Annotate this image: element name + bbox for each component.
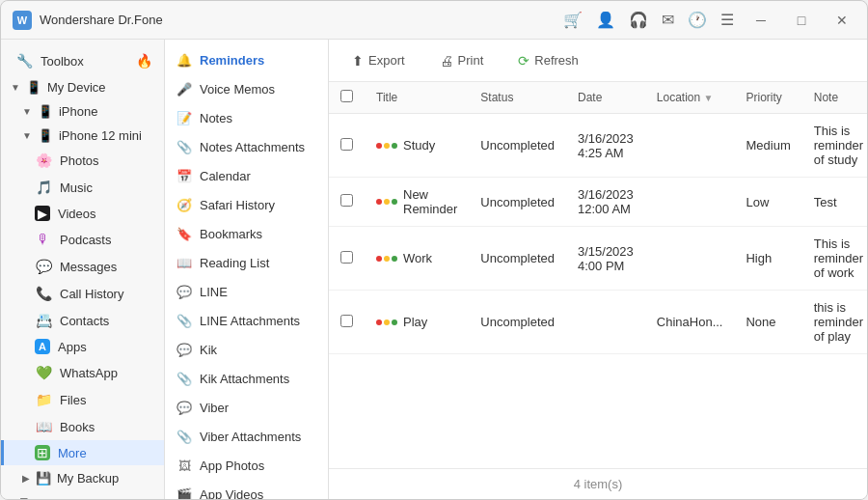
mid-item-readinglist[interactable]: 📖 Reading List <box>165 248 328 277</box>
reminder-dots <box>376 256 397 262</box>
row-note: This is reminder of study <box>802 114 867 178</box>
table-row[interactable]: New Reminder Uncompleted 3/16/2023 12:00… <box>329 178 867 227</box>
headphone-icon[interactable]: 🎧 <box>629 11 648 29</box>
row-date: 3/16/2023 4:25 AM <box>566 114 645 178</box>
export-button[interactable]: ⬆ Export <box>344 49 413 72</box>
reminder-dots <box>376 143 397 149</box>
podcasts-icon: 🎙 <box>35 231 52 248</box>
sidebar-item-contacts[interactable]: 📇 Contacts <box>1 307 164 334</box>
readinglist-icon: 📖 <box>176 255 192 270</box>
minimize-button[interactable]: ─ <box>747 7 774 34</box>
sidebar-item-toolbox[interactable]: 🔧 Toolbox 🔥 <box>1 47 164 74</box>
sidebar-item-whatsapp[interactable]: 💚 WhatsApp <box>1 359 164 386</box>
mid-label-voicememos: Voice Memos <box>200 82 275 97</box>
reminders-table: Title Status Date Location ▼ Priority No… <box>329 82 867 468</box>
mid-item-safarihistory[interactable]: 🧭 Safari History <box>165 190 328 219</box>
mid-label-viber: Viber <box>200 401 229 415</box>
sidebar-item-music[interactable]: 🎵 Music <box>1 174 164 201</box>
more-icon: ⊞ <box>35 445 50 460</box>
sidebar-item-books[interactable]: 📖 Books <box>1 413 164 440</box>
toggle-mybackup-icon: ▶ <box>22 473 30 484</box>
history-icon[interactable]: 🕐 <box>688 11 707 29</box>
contacts-icon: 📇 <box>35 312 52 329</box>
mid-item-viber[interactable]: 💬 Viber <box>165 393 328 422</box>
sidebar-item-screenmirror[interactable]: 🖥 Screen Mirror <box>1 489 164 499</box>
sidebar-item-more[interactable]: ⊞ More <box>1 440 164 465</box>
mid-item-reminders[interactable]: 🔔 Reminders <box>165 45 328 74</box>
refresh-button[interactable]: ⟳ Refresh <box>510 49 586 72</box>
export-label: Export <box>368 53 405 68</box>
sidebar-item-podcasts[interactable]: 🎙 Podcasts <box>1 226 164 253</box>
mid-item-kikattachments[interactable]: 📎 Kik Attachments <box>165 364 328 393</box>
content-toolbar: ⬆ Export 🖨 Print ⟳ Refresh <box>329 40 867 82</box>
mid-label-readinglist: Reading List <box>200 256 269 270</box>
row-checkbox-cell <box>329 114 365 178</box>
sidebar-item-files[interactable]: 📁 Files <box>1 386 164 413</box>
sidebar-label-photos: Photos <box>60 153 98 168</box>
mid-item-calendar[interactable]: 📅 Calendar <box>165 161 328 190</box>
table-row[interactable]: Work Uncompleted 3/15/2023 4:00 PM High … <box>329 227 867 291</box>
sidebar-label-podcasts: Podcasts <box>60 233 111 247</box>
whatsapp-icon: 💚 <box>35 364 52 381</box>
close-button[interactable]: ✕ <box>828 7 855 34</box>
mid-item-viberattachments[interactable]: 📎 Viber Attachments <box>165 422 328 451</box>
row-note: this is reminder of play <box>802 291 867 354</box>
sidebar-label-whatsapp: WhatsApp <box>60 366 118 380</box>
mid-label-kik: Kik <box>200 343 217 357</box>
row-checkbox-0[interactable] <box>340 138 353 151</box>
main-layout: 🔧 Toolbox 🔥 ▼ 📱 My Device ▼ 📱 iPhone ▼ 📱… <box>1 40 867 499</box>
toggle-icon: ▼ <box>11 82 20 93</box>
row-checkbox-2[interactable] <box>340 251 353 264</box>
header-date: Date <box>566 82 645 114</box>
row-location: ChinaHon... <box>645 291 735 354</box>
sidebar-item-messages[interactable]: 💬 Messages <box>1 253 164 280</box>
sidebar-item-videos[interactable]: ▶ Videos <box>1 201 164 226</box>
mid-item-notesattachments[interactable]: 📎 Notes Attachments <box>165 132 328 161</box>
mid-item-notes[interactable]: 📝 Notes <box>165 103 328 132</box>
appphotos-icon: 🖼 <box>176 458 192 473</box>
sidebar-item-iphone[interactable]: ▼ 📱 iPhone <box>1 98 164 123</box>
sidebar-label-files: Files <box>60 393 86 407</box>
mid-label-appphotos: App Photos <box>200 458 264 473</box>
mail-icon[interactable]: ✉ <box>662 11 674 29</box>
row-status: Uncompleted <box>469 114 566 178</box>
refresh-label: Refresh <box>534 53 579 68</box>
sidebar-item-apps[interactable]: A Apps <box>1 334 164 359</box>
app-logo: W <box>13 11 32 30</box>
sidebar-item-callhistory[interactable]: 📞 Call History <box>1 280 164 307</box>
header-location[interactable]: Location ▼ <box>645 82 735 114</box>
maximize-button[interactable]: □ <box>788 7 815 34</box>
select-all-checkbox[interactable] <box>340 90 353 102</box>
row-checkbox-1[interactable] <box>340 194 353 207</box>
row-priority: Medium <box>734 114 801 178</box>
sidebar-item-iphone12[interactable]: ▼ 📱 iPhone 12 mini <box>1 123 164 147</box>
print-button[interactable]: 🖨 Print <box>432 49 492 72</box>
sidebar-item-mydevice[interactable]: ▼ 📱 My Device <box>1 74 164 98</box>
row-status: Uncompleted <box>469 291 566 354</box>
menu-icon[interactable]: ☰ <box>720 11 734 29</box>
sidebar-label-music: Music <box>60 181 93 195</box>
print-label: Print <box>458 53 484 68</box>
mid-item-lineattachments[interactable]: 📎 LINE Attachments <box>165 306 328 335</box>
mid-item-voicememos[interactable]: 🎤 Voice Memos <box>165 74 328 103</box>
mid-item-kik[interactable]: 💬 Kik <box>165 335 328 364</box>
mid-item-appvideos[interactable]: 🎬 App Videos <box>165 480 328 499</box>
table-row[interactable]: Play Uncompleted ChinaHon... None this i… <box>329 291 867 354</box>
row-checkbox-3[interactable] <box>340 315 353 327</box>
mid-item-bookmarks[interactable]: 🔖 Bookmarks <box>165 219 328 248</box>
viber-icon: 💬 <box>176 400 192 415</box>
sidebar-item-mybackup[interactable]: ▶ 💾 My Backup <box>1 465 164 489</box>
iphone12-icon: 📱 <box>38 128 53 143</box>
table-row[interactable]: Study Uncompleted 3/16/2023 4:25 AM Medi… <box>329 114 867 178</box>
row-note: This is reminder of work <box>802 227 867 291</box>
mid-item-line[interactable]: 💬 LINE <box>165 277 328 306</box>
header-checkbox-cell <box>329 82 365 114</box>
sidebar-item-photos[interactable]: 🌸 Photos <box>1 147 164 174</box>
user-icon[interactable]: 👤 <box>596 11 615 29</box>
cart-icon[interactable]: 🛒 <box>563 11 583 29</box>
row-checkbox-cell <box>329 178 365 227</box>
mid-item-appphotos[interactable]: 🖼 App Photos <box>165 451 328 480</box>
viberattachments-icon: 📎 <box>176 429 192 444</box>
apps-icon: A <box>35 339 50 354</box>
mybackup-icon: 💾 <box>36 471 51 486</box>
